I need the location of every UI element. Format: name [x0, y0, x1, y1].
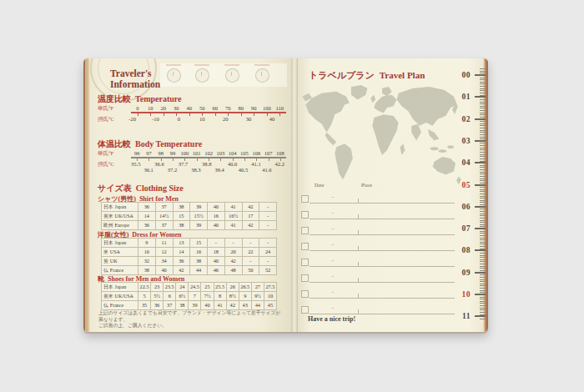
plan-row-line[interactable] — [310, 219, 455, 219]
size-cell: 22 — [243, 248, 260, 257]
plan-checkbox[interactable] — [301, 290, 309, 298]
fahrenheit-value: 100 — [179, 149, 190, 157]
fahrenheit-value: 96 — [131, 149, 143, 157]
size-cell: 24.5 — [189, 283, 201, 292]
ruler-number: 04 — [454, 158, 471, 167]
date-separator: – — [331, 241, 335, 248]
celsius-value: 0 — [178, 116, 180, 122]
plan-row-line[interactable] — [310, 282, 455, 283]
shirt-size-table: 日本Japan36373839404142-英米UK/USA1414½1515½… — [101, 202, 277, 230]
fahrenheit-value: 99 — [167, 149, 179, 157]
ruler-minor-tick — [480, 200, 486, 201]
celsius-values: -20-10010203040 — [131, 115, 286, 123]
size-cell: 8 — [214, 292, 227, 301]
center-fold — [291, 58, 298, 332]
plan-row-line[interactable] — [310, 250, 455, 251]
ruler-minor-tick — [480, 305, 486, 306]
product-photo-stage: Traveler's Information 温度比較Temperature 華… — [0, 0, 584, 392]
fahrenheit-value: 107 — [262, 149, 274, 157]
ruler-minor-tick — [480, 86, 486, 87]
plan-checkbox[interactable] — [301, 243, 309, 250]
ruler-minor-tick — [480, 288, 486, 289]
ruler-minor-tick — [480, 137, 486, 138]
plan-row-line[interactable] — [310, 314, 455, 314]
ruler-minor-tick — [480, 187, 486, 188]
ruler-minor-tick — [480, 172, 486, 173]
size-cell: 42 — [243, 203, 260, 212]
plan-row-line[interactable] — [310, 298, 455, 299]
size-cell: 37 — [156, 221, 174, 230]
size-cell: 15 — [174, 212, 191, 221]
size-row-label: 欧州Europe — [102, 221, 138, 230]
ruler-minor-tick — [480, 235, 486, 236]
size-cell: 9½ — [252, 292, 264, 301]
size-cell: 9 — [239, 292, 252, 301]
size-cell: 40 — [208, 221, 225, 230]
ruler-major-tick — [475, 249, 486, 251]
fahrenheit-value: 104 — [227, 149, 239, 157]
fahrenheit-value: 80 — [234, 104, 248, 112]
plan-row-line[interactable] — [310, 266, 455, 267]
plan-checkbox[interactable] — [301, 306, 309, 314]
size-cell: 37 — [164, 301, 176, 310]
ruler-minor-tick — [480, 99, 486, 100]
ruler-minor-tick — [480, 279, 486, 280]
ruler-major-tick — [475, 96, 486, 98]
size-cell: 5 — [138, 292, 151, 301]
ruler-minor-tick — [480, 149, 486, 150]
scale-line — [131, 157, 286, 158]
size-disclaimer: 上記のサイズはあくまでも目安です。ブランド・デザイン等によって若干サイズが異なり… — [98, 310, 284, 329]
plan-checkbox[interactable] — [301, 227, 309, 234]
ruler-minor-tick — [480, 253, 486, 254]
celsius-value: 37.2 — [168, 167, 177, 173]
plan-row-line[interactable] — [310, 234, 455, 235]
size-cell: 14 — [138, 212, 156, 221]
size-cell: 11 — [156, 239, 174, 248]
plan-checkbox[interactable] — [301, 195, 309, 203]
ruler-minor-tick — [480, 88, 486, 89]
fahrenheit-value: 90 — [248, 104, 261, 112]
page-title-line1: Traveler's — [110, 68, 160, 79]
ruler-minor-tick — [480, 154, 486, 155]
ruler-minor-tick — [480, 312, 486, 313]
size-cell: 17 — [243, 212, 260, 221]
size-cell: - — [259, 212, 277, 221]
ruler-minor-tick — [480, 266, 486, 267]
ruler-minor-tick — [480, 143, 486, 143]
fahrenheit-label: 華氏°F — [98, 105, 113, 113]
plan-checkbox[interactable] — [301, 274, 309, 282]
size-cell: 36 — [138, 221, 156, 230]
size-cell: 27 — [252, 283, 264, 292]
ruler-minor-tick — [480, 83, 486, 84]
ruler-minor-tick — [480, 297, 486, 298]
size-cell: - — [208, 239, 225, 248]
celsius-value: 40.5 — [239, 167, 248, 173]
ruler-major-tick — [475, 140, 486, 142]
ruler-number: 10 — [454, 290, 471, 299]
plan-checkbox[interactable] — [301, 259, 309, 266]
celsius-value: 20 — [223, 116, 229, 122]
size-cell: 38 — [174, 203, 191, 212]
page-right: トラベルプランTravel Plan — [298, 58, 488, 332]
size-cell: 38 — [176, 301, 189, 310]
size-cell: 15½ — [190, 212, 208, 221]
size-cell: 8½ — [227, 292, 239, 301]
fahrenheit-value: 0 — [131, 104, 144, 112]
fahrenheit-value: 50 — [196, 104, 209, 112]
plan-checkbox[interactable] — [301, 211, 309, 219]
size-cell: - — [243, 257, 260, 266]
ruler-minor-tick — [480, 198, 486, 199]
ruler-minor-tick — [480, 303, 486, 304]
section-title-body-temperature: 体温比較Body Temperature — [98, 138, 202, 150]
ruler-minor-tick — [480, 110, 486, 111]
ruler-number: 11 — [454, 312, 471, 320]
celsius-value: 40 — [269, 116, 275, 122]
fahrenheit-value: 101 — [191, 149, 203, 157]
fahrenheit-value: 105 — [239, 149, 250, 157]
ruler-minor-tick — [480, 193, 486, 194]
ruler-minor-tick — [480, 132, 486, 133]
ruler-major-tick — [475, 272, 486, 274]
ruler-number: 05 — [454, 181, 471, 189]
plan-row-line[interactable] — [310, 203, 455, 204]
world-clock-icon — [225, 68, 239, 83]
